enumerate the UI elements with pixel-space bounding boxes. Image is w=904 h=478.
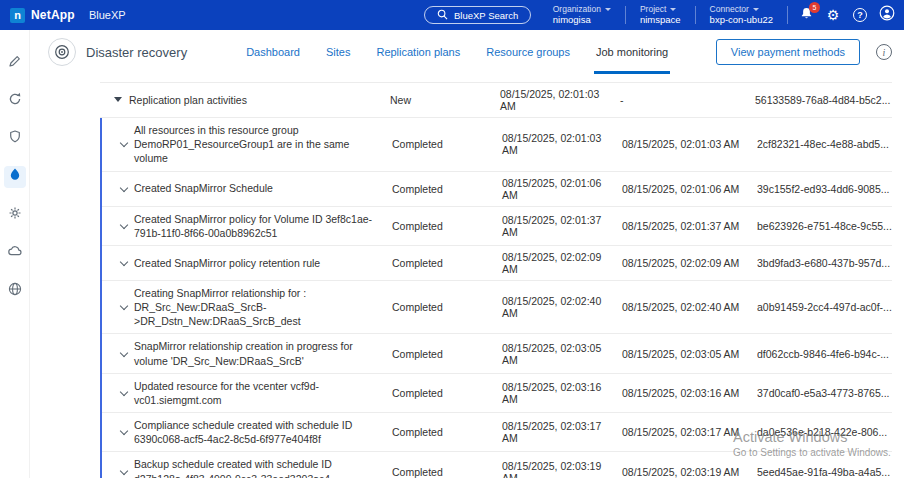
connector-menu[interactable]: Connector bxp-con-ubu22 xyxy=(705,4,778,26)
tab-resource-groups[interactable]: Resource groups xyxy=(473,30,583,74)
row-id: 37d0caf0-e5a3-4773-8765... xyxy=(757,387,892,399)
row-expander-icon[interactable] xyxy=(120,139,128,147)
disaster-recovery-service-icon xyxy=(48,38,76,66)
chevron-down-icon xyxy=(605,8,611,11)
sidebar-item-3[interactable] xyxy=(4,128,26,150)
row-start-time: 08/15/2025, 02:01:06 AM xyxy=(502,177,622,201)
row-end-time: 08/15/2025, 02:03:17 AM xyxy=(622,426,757,438)
expanded-activities-group: All resources in this resource group Dem… xyxy=(100,118,892,478)
row-activity: Compliance schedule created with schedul… xyxy=(134,418,384,446)
table-row[interactable]: Created SnapMirror Schedule Completed 08… xyxy=(102,172,892,207)
netapp-logo-icon[interactable]: n xyxy=(10,8,25,23)
search-placeholder: BlueXP Search xyxy=(454,10,518,21)
row-start-time: 08/15/2025, 02:03:17 AM xyxy=(502,420,622,444)
table-row[interactable]: All resources in this resource group Dem… xyxy=(102,118,892,172)
row-start-time: 08/15/2025, 02:01:37 AM xyxy=(502,214,622,238)
chevron-down-icon xyxy=(670,8,676,11)
row-activity: Created SnapMirror policy for Volume ID … xyxy=(134,212,384,240)
left-sidebar xyxy=(0,30,30,478)
row-expander-icon[interactable] xyxy=(120,302,128,310)
row-activity: Created SnapMirror Schedule xyxy=(134,181,273,195)
brand-name: NetApp xyxy=(31,8,75,22)
row-start-time: 08/15/2025, 02:02:09 AM xyxy=(502,251,622,275)
row-id: 56133589-76a8-4d84-b5c2... xyxy=(755,94,892,106)
table-row[interactable]: Backup schedule created with schedule ID… xyxy=(102,452,892,478)
row-start-time: 08/15/2025, 02:01:03 AM xyxy=(500,88,620,112)
connector-label: Connector xyxy=(710,4,749,14)
table-row[interactable]: Updated resource for the vcenter vcf9d-v… xyxy=(102,374,892,413)
row-end-time: 08/15/2025, 02:01:37 AM xyxy=(622,220,757,232)
tab-replication-plans[interactable]: Replication plans xyxy=(363,30,473,74)
disaster-recovery-icon xyxy=(7,167,23,187)
notifications-button[interactable]: 5 xyxy=(797,6,815,24)
row-status: Completed xyxy=(392,257,502,269)
table-row[interactable]: Replication plan activities New 08/15/20… xyxy=(100,83,892,118)
row-expander-icon[interactable] xyxy=(120,466,128,474)
info-icon[interactable]: i xyxy=(876,44,892,60)
row-start-time: 08/15/2025, 02:03:16 AM xyxy=(502,381,622,405)
row-expander-icon[interactable] xyxy=(120,258,128,266)
table-row[interactable]: Created SnapMirror policy retention rule… xyxy=(102,246,892,281)
view-payment-methods-button[interactable]: View payment methods xyxy=(716,39,860,65)
row-id: df062ccb-9846-4fe6-b94c-... xyxy=(757,348,892,360)
sidebar-item-6[interactable] xyxy=(4,242,26,264)
row-end-time: 08/15/2025, 02:03:16 AM xyxy=(622,387,757,399)
account-icon xyxy=(879,5,895,25)
row-end-time: 08/15/2025, 02:01:06 AM xyxy=(622,183,757,195)
sidebar-item-disaster-recovery[interactable] xyxy=(4,166,26,188)
row-activity: Replication plan activities xyxy=(129,93,247,107)
sync-icon xyxy=(7,91,23,111)
row-activity: Created SnapMirror policy retention rule xyxy=(134,256,320,270)
row-start-time: 08/15/2025, 02:02:40 AM xyxy=(502,295,622,319)
tab-job-monitoring[interactable]: Job monitoring xyxy=(583,30,681,74)
row-expander-icon[interactable] xyxy=(120,388,128,396)
row-id: 39c155f2-ed93-4dd6-9085... xyxy=(757,183,892,195)
row-expander-icon[interactable] xyxy=(120,220,128,228)
sidebar-item-5[interactable] xyxy=(4,204,26,226)
help-button[interactable]: ? xyxy=(851,6,869,24)
row-status: Completed xyxy=(392,466,502,478)
account-button[interactable] xyxy=(878,6,896,24)
sidebar-item-2[interactable] xyxy=(4,90,26,112)
bluexp-search[interactable]: BlueXP Search xyxy=(424,6,531,24)
tab-dashboard[interactable]: Dashboard xyxy=(233,30,313,74)
organization-menu[interactable]: Organization nimogisa xyxy=(548,4,616,26)
row-id: 5eed45ae-91fa-49ba-a4a5... xyxy=(757,466,892,478)
job-monitoring-table: Replication plan activities New 08/15/20… xyxy=(100,82,892,478)
row-id: 3bd9fad3-e680-437b-957d... xyxy=(757,257,892,269)
row-expander-icon[interactable] xyxy=(120,183,128,191)
table-row[interactable]: Compliance schedule created with schedul… xyxy=(102,413,892,452)
row-activity: All resources in this resource group Dem… xyxy=(134,123,384,166)
divider xyxy=(695,6,696,24)
row-expander-icon[interactable] xyxy=(120,348,128,356)
settings-button[interactable]: ⚙ xyxy=(824,6,842,24)
table-row[interactable]: Creating SnapMirror relationship for : D… xyxy=(102,281,892,335)
sidebar-item-1[interactable] xyxy=(4,52,26,74)
row-id: be623926-e751-48ce-9c55... xyxy=(757,220,892,232)
notification-badge: 5 xyxy=(809,2,820,13)
row-id: 2cf82321-48ec-4e88-abd5... xyxy=(757,138,892,150)
tab-sites[interactable]: Sites xyxy=(313,30,363,74)
row-activity: Creating SnapMirror relationship for : D… xyxy=(134,286,384,329)
row-start-time: 08/15/2025, 02:03:05 AM xyxy=(502,342,622,366)
connector-value: bxp-con-ubu22 xyxy=(710,14,773,25)
row-expander-icon[interactable] xyxy=(120,427,128,435)
table-row[interactable]: Created SnapMirror policy for Volume ID … xyxy=(102,207,892,246)
row-activity: SnapMirror relationship creation in prog… xyxy=(134,339,384,367)
table-row[interactable]: SnapMirror relationship creation in prog… xyxy=(102,334,892,373)
row-expander-icon[interactable] xyxy=(114,97,122,102)
settings-icon xyxy=(7,205,23,225)
row-status: Completed xyxy=(392,387,502,399)
row-end-time: 08/15/2025, 02:03:05 AM xyxy=(622,348,757,360)
organization-value: nimogisa xyxy=(553,14,611,25)
divider xyxy=(787,6,788,24)
brand[interactable]: n NetApp BlueXP xyxy=(0,8,126,23)
project-menu[interactable]: Project nimspace xyxy=(635,4,686,26)
pencil-icon xyxy=(7,53,23,73)
sidebar-item-7[interactable] xyxy=(4,280,26,302)
organization-label: Organization xyxy=(553,4,601,14)
row-status: Completed xyxy=(392,138,502,150)
topbar: n NetApp BlueXP BlueXP Search Organizati… xyxy=(0,0,904,30)
row-end-time: 08/15/2025, 02:02:40 AM xyxy=(622,301,757,313)
row-start-time: 08/15/2025, 02:01:03 AM xyxy=(502,132,622,156)
